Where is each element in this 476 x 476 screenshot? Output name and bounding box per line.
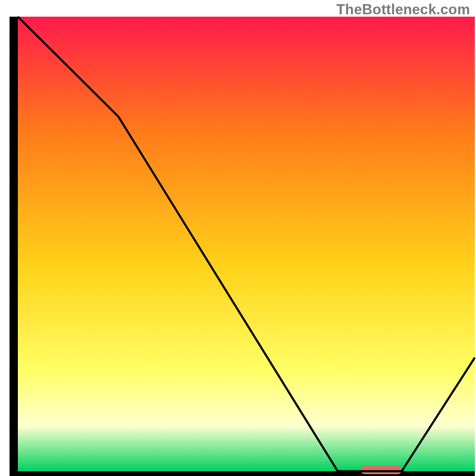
bottleneck-plot xyxy=(0,0,476,476)
chart-container: TheBottleneck.com xyxy=(0,0,476,476)
plot-area-group xyxy=(10,17,475,475)
optimal-range-marker xyxy=(361,466,402,474)
